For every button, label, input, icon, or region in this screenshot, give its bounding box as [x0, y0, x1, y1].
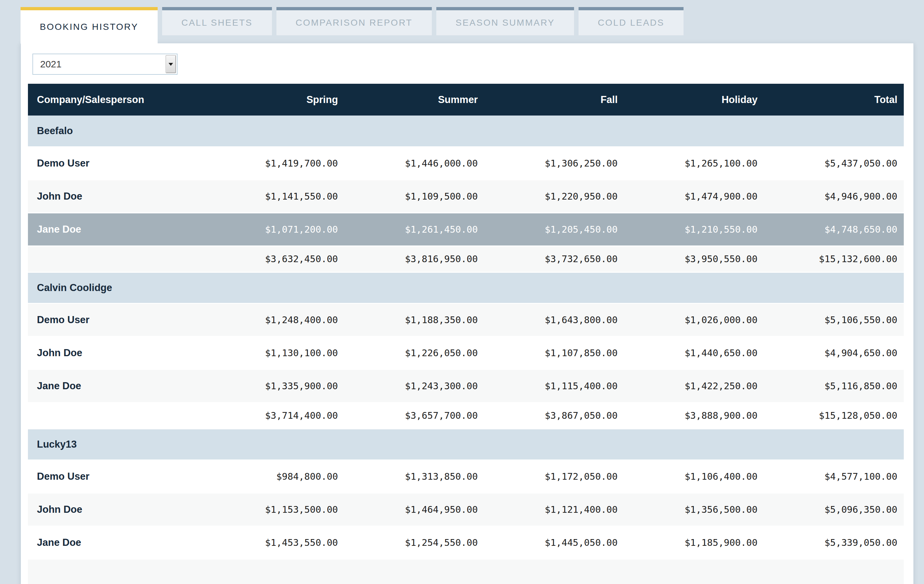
row-beefalo-john-doe[interactable]: John Doe$1,141,550.00$1,109,500.00$1,220… — [28, 180, 904, 213]
row-lucky13-john-doe[interactable]: John Doe$1,153,500.00$1,464,950.00$1,121… — [28, 493, 904, 526]
column-header-fall: Fall — [484, 84, 624, 115]
tab-label: BOOKING HISTORY — [40, 22, 139, 32]
group-name: Beefalo — [28, 115, 904, 146]
cell-holiday: $1,422,250.00 — [624, 369, 764, 402]
cell-summer: $1,188,350.00 — [345, 303, 485, 336]
tab-label: CALL SHEETS — [182, 18, 252, 28]
salesperson-name: Demo User — [28, 146, 205, 180]
row-lucky13-jane-doe[interactable]: Jane Doe$1,453,550.00$1,254,550.00$1,445… — [28, 526, 904, 559]
cell-total: $4,904,650.00 — [764, 336, 904, 369]
column-header-company-salesperson: Company/Salesperson — [28, 84, 205, 115]
year-select[interactable]: 2021 — [33, 54, 178, 75]
cell-total: $4,748,650.00 — [764, 213, 904, 246]
cell-summer: $1,446,000.00 — [345, 146, 485, 180]
totals-cell-holiday — [624, 559, 764, 584]
tab-bar: BOOKING HISTORYCALL SHEETSCOMPARISON REP… — [21, 7, 683, 44]
totals-spacer — [28, 559, 205, 584]
totals-cell-summer: $3,657,700.00 — [345, 402, 485, 429]
totals-cell-spring: $3,714,400.00 — [205, 402, 345, 429]
tab-season-summary[interactable]: SEASON SUMMARY — [436, 7, 574, 35]
cell-spring: $1,141,550.00 — [205, 180, 345, 213]
cell-summer: $1,226,050.00 — [345, 336, 485, 369]
cell-summer: $1,243,300.00 — [345, 369, 485, 402]
tab-call-sheets[interactable]: CALL SHEETS — [162, 7, 272, 35]
cell-spring: $1,419,700.00 — [205, 146, 345, 180]
tab-label: COLD LEADS — [598, 18, 664, 28]
column-header-spring: Spring — [205, 84, 345, 115]
dropdown-arrow-button[interactable] — [166, 55, 176, 73]
cell-fall: $1,172,050.00 — [484, 460, 624, 493]
row-calvin-coolidge-demo-user[interactable]: Demo User$1,248,400.00$1,188,350.00$1,64… — [28, 303, 904, 336]
dropdown-arrow-icon — [168, 63, 173, 66]
cell-holiday: $1,106,400.00 — [624, 460, 764, 493]
cell-fall: $1,306,250.00 — [484, 146, 624, 180]
totals-row-calvin-coolidge: $3,714,400.00$3,657,700.00$3,867,050.00$… — [28, 402, 904, 429]
cell-holiday: $1,265,100.00 — [624, 146, 764, 180]
column-header-summer: Summer — [345, 84, 485, 115]
salesperson-name: John Doe — [28, 493, 205, 526]
cell-fall: $1,643,800.00 — [484, 303, 624, 336]
tab-label: COMPARISON REPORT — [296, 18, 412, 28]
totals-cell-spring: $3,632,450.00 — [205, 246, 345, 272]
totals-cell-total: $15,128,050.00 — [764, 402, 904, 429]
row-beefalo-demo-user[interactable]: Demo User$1,419,700.00$1,446,000.00$1,30… — [28, 146, 904, 180]
cell-total: $5,096,350.00 — [764, 493, 904, 526]
group-row-beefalo: Beefalo — [28, 115, 904, 146]
cell-spring: $1,130,100.00 — [205, 336, 345, 369]
cell-total: $5,437,050.00 — [764, 146, 904, 180]
salesperson-name: John Doe — [28, 180, 205, 213]
cell-holiday: $1,026,000.00 — [624, 303, 764, 336]
cell-total: $5,116,850.00 — [764, 369, 904, 402]
group-name: Lucky13 — [28, 429, 904, 460]
cell-summer: $1,109,500.00 — [345, 180, 485, 213]
cell-fall: $1,121,400.00 — [484, 493, 624, 526]
column-header-total: Total — [764, 84, 904, 115]
cell-fall: $1,445,050.00 — [484, 526, 624, 559]
cell-summer: $1,313,850.00 — [345, 460, 485, 493]
group-name: Calvin Coolidge — [28, 272, 904, 303]
cell-total: $5,339,050.00 — [764, 526, 904, 559]
cell-fall: $1,220,950.00 — [484, 180, 624, 213]
salesperson-name: Demo User — [28, 460, 205, 493]
salesperson-name: Jane Doe — [28, 213, 205, 246]
tab-booking-history[interactable]: BOOKING HISTORY — [21, 7, 158, 44]
year-select-value: 2021 — [33, 59, 62, 70]
cell-fall: $1,115,400.00 — [484, 369, 624, 402]
tab-comparison-report[interactable]: COMPARISON REPORT — [276, 7, 432, 35]
group-row-calvin-coolidge: Calvin Coolidge — [28, 272, 904, 303]
cell-total: $4,577,100.00 — [764, 460, 904, 493]
totals-spacer — [28, 402, 205, 429]
totals-cell-fall: $3,867,050.00 — [484, 402, 624, 429]
cell-spring: $984,800.00 — [205, 460, 345, 493]
row-lucky13-demo-user[interactable]: Demo User$984,800.00$1,313,850.00$1,172,… — [28, 460, 904, 493]
salesperson-name: Jane Doe — [28, 369, 205, 402]
row-calvin-coolidge-john-doe[interactable]: John Doe$1,130,100.00$1,226,050.00$1,107… — [28, 336, 904, 369]
totals-cell-total: $15,132,600.00 — [764, 246, 904, 272]
totals-cell-summer: $3,816,950.00 — [345, 246, 485, 272]
totals-cell-summer — [345, 559, 485, 584]
totals-row-beefalo: $3,632,450.00$3,816,950.00$3,732,650.00$… — [28, 246, 904, 272]
cell-spring: $1,248,400.00 — [205, 303, 345, 336]
cell-spring: $1,153,500.00 — [205, 493, 345, 526]
row-calvin-coolidge-jane-doe[interactable]: Jane Doe$1,335,900.00$1,243,300.00$1,115… — [28, 369, 904, 402]
totals-cell-total — [764, 559, 904, 584]
header-row: Company/SalespersonSpringSummerFallHolid… — [28, 84, 904, 115]
cell-holiday: $1,210,550.00 — [624, 213, 764, 246]
cell-summer: $1,261,450.00 — [345, 213, 485, 246]
salesperson-name: Jane Doe — [28, 526, 205, 559]
cell-holiday: $1,440,650.00 — [624, 336, 764, 369]
totals-cell-holiday: $3,950,550.00 — [624, 246, 764, 272]
row-beefalo-jane-doe[interactable]: Jane Doe$1,071,200.00$1,261,450.00$1,205… — [28, 213, 904, 246]
group-row-lucky13: Lucky13 — [28, 429, 904, 460]
salesperson-name: Demo User — [28, 303, 205, 336]
cell-holiday: $1,185,900.00 — [624, 526, 764, 559]
cell-fall: $1,205,450.00 — [484, 213, 624, 246]
tab-cold-leads[interactable]: COLD LEADS — [579, 7, 683, 35]
cell-spring: $1,335,900.00 — [205, 369, 345, 402]
totals-cell-spring — [205, 559, 345, 584]
cell-total: $5,106,550.00 — [764, 303, 904, 336]
totals-row-lucky13 — [28, 559, 904, 584]
salesperson-name: John Doe — [28, 336, 205, 369]
cell-summer: $1,464,950.00 — [345, 493, 485, 526]
totals-cell-fall: $3,732,650.00 — [484, 246, 624, 272]
